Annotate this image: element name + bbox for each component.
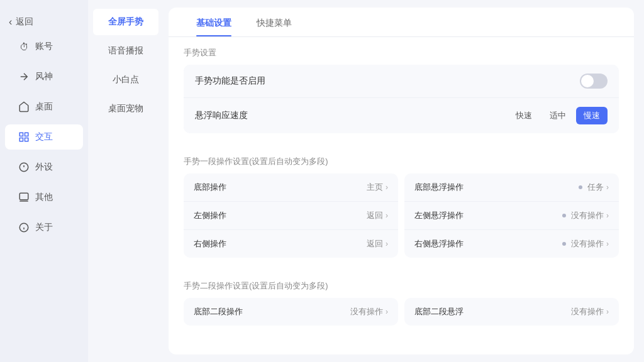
account-icon: ⏱	[18, 40, 30, 53]
left-hover-label: 左侧悬浮操作	[414, 210, 562, 221]
second-nav-fullscreen[interactable]: 全屏手势	[93, 9, 158, 35]
bottom-hover-value: 任务	[587, 182, 604, 193]
second-nav-label-fullscreen: 全屏手势	[108, 16, 143, 26]
enable-gesture-row: 手势功能是否启用	[184, 65, 619, 98]
sidebar-item-label-peripheral: 外设	[35, 162, 53, 173]
left-hover-chevron: ›	[606, 211, 609, 220]
sidebar-item-other[interactable]: 其他	[5, 185, 83, 210]
sidebar: ‹ 返回 ⏱ 账号 风神 桌面 交互 外设 其他	[0, 0, 88, 362]
tab-bar: 基础设置 快捷菜单	[169, 8, 634, 37]
second-nav-label-pet: 桌面宠物	[108, 103, 143, 113]
right-hover-dot	[562, 242, 566, 246]
sidebar-item-about[interactable]: 关于	[5, 215, 83, 240]
other-icon	[18, 191, 30, 204]
second-nav-label-dot: 小白点	[113, 74, 139, 84]
speed-group: 快速 适中 慢速	[508, 107, 608, 124]
sidebar-item-desktop[interactable]: 桌面	[5, 94, 83, 119]
peripheral-icon	[18, 161, 30, 173]
sidebar-item-label-account: 账号	[35, 41, 53, 52]
right-hover-label: 右侧悬浮操作	[414, 238, 562, 250]
interact-icon	[18, 131, 30, 143]
left-op-row[interactable]: 左侧操作 返回 ›	[184, 202, 398, 230]
left-op-chevron: ›	[386, 211, 388, 220]
single-stage-section: 手势一段操作设置(设置后自动变为多段) 底部操作 主页 › 左侧操作 返回 ›	[169, 146, 634, 270]
gesture-settings-section: 手势设置 手势功能是否启用 悬浮响应速度 快速 适中 慢速	[169, 37, 634, 146]
bottom2-hover-chevron: ›	[606, 307, 609, 316]
gesture-settings-title: 手势设置	[184, 47, 619, 58]
back-icon: ‹	[9, 16, 12, 28]
sidebar-item-interact[interactable]: 交互	[5, 124, 83, 150]
single-stage-right: 底部悬浮操作 任务 › 左侧悬浮操作 没有操作 › 右侧悬浮操作	[404, 173, 619, 258]
sidebar-item-label-about: 关于	[35, 222, 53, 233]
hover-speed-row: 悬浮响应速度 快速 适中 慢速	[184, 98, 619, 133]
sidebar-item-fengshen[interactable]: 风神	[5, 64, 83, 89]
svg-rect-4	[25, 138, 28, 141]
left-hover-value: 没有操作	[571, 210, 604, 221]
desktop-icon	[18, 101, 30, 113]
bottom-op-chevron: ›	[386, 183, 388, 192]
bottom-op-row[interactable]: 底部操作 主页 ›	[184, 173, 398, 202]
sidebar-item-label-other: 其他	[35, 192, 53, 203]
bottom2-hover-label: 底部二段悬浮	[414, 306, 571, 317]
speed-slow[interactable]: 慢速	[576, 107, 608, 124]
bottom2-hover-value: 没有操作	[571, 306, 604, 317]
double-stage-left: 底部二段操作 没有操作 ›	[184, 298, 398, 326]
gesture-toggle[interactable]	[580, 74, 608, 89]
main-content: 基础设置 快捷菜单 手势设置 手势功能是否启用 悬浮响应速度	[164, 0, 644, 362]
double-stage-grid: 底部二段操作 没有操作 › 底部二段悬浮 没有操作 ›	[184, 298, 619, 326]
back-button[interactable]: ‹ 返回	[0, 8, 88, 30]
fengshen-icon	[18, 70, 30, 83]
left-hover-row[interactable]: 左侧悬浮操作 没有操作 ›	[404, 202, 619, 230]
about-icon	[18, 221, 30, 234]
single-stage-grid: 底部操作 主页 › 左侧操作 返回 › 右侧操作 返回 ›	[184, 173, 619, 258]
bottom2-op-row[interactable]: 底部二段操作 没有操作 ›	[184, 298, 398, 326]
svg-rect-8	[19, 193, 28, 200]
bottom-hover-label: 底部悬浮操作	[414, 182, 579, 193]
sidebar-item-peripheral[interactable]: 外设	[5, 155, 83, 180]
right-hover-value: 没有操作	[571, 238, 604, 250]
bottom-hover-dot	[579, 185, 582, 189]
second-nav-dot[interactable]: 小白点	[93, 67, 158, 93]
bottom-hover-chevron: ›	[606, 183, 609, 192]
sidebar-item-label-fengshen: 风神	[35, 71, 53, 82]
sidebar-item-account[interactable]: ⏱ 账号	[5, 34, 83, 59]
hover-speed-label: 悬浮响应速度	[195, 110, 508, 121]
left-op-label: 左侧操作	[194, 210, 367, 221]
sidebar-item-label-interact: 交互	[35, 131, 53, 143]
double-stage-title: 手势二段操作设置(设置后自动变为多段)	[184, 280, 619, 292]
svg-rect-3	[19, 138, 23, 141]
enable-gesture-right	[580, 74, 608, 89]
right-op-value: 返回	[367, 238, 383, 250]
speed-medium[interactable]: 适中	[542, 107, 574, 124]
single-stage-left: 底部操作 主页 › 左侧操作 返回 › 右侧操作 返回 ›	[184, 173, 398, 258]
single-stage-title: 手势一段操作设置(设置后自动变为多段)	[184, 156, 619, 167]
right-op-label: 右侧操作	[194, 238, 367, 250]
bottom2-op-label: 底部二段操作	[194, 306, 350, 317]
gesture-settings-card: 手势功能是否启用 悬浮响应速度 快速 适中 慢速	[184, 65, 619, 133]
bottom2-op-chevron: ›	[386, 307, 388, 316]
right-hover-chevron: ›	[606, 239, 609, 248]
enable-gesture-label: 手势功能是否启用	[195, 75, 580, 87]
svg-rect-1	[19, 133, 23, 136]
bottom2-hover-row[interactable]: 底部二段悬浮 没有操作 ›	[404, 298, 619, 326]
content-card: 基础设置 快捷菜单 手势设置 手势功能是否启用 悬浮响应速度	[169, 8, 634, 354]
bottom-op-label: 底部操作	[194, 182, 367, 193]
double-stage-right: 底部二段悬浮 没有操作 ›	[404, 298, 619, 326]
right-op-chevron: ›	[386, 239, 388, 248]
svg-rect-2	[25, 133, 28, 136]
tab-basic[interactable]: 基础设置	[184, 8, 244, 36]
bottom-hover-row[interactable]: 底部悬浮操作 任务 ›	[404, 173, 619, 202]
tab-shortcut[interactable]: 快捷菜单	[244, 8, 304, 36]
back-label: 返回	[16, 16, 33, 28]
right-op-row[interactable]: 右侧操作 返回 ›	[184, 230, 398, 258]
speed-fast[interactable]: 快速	[508, 107, 540, 124]
sidebar-item-label-desktop: 桌面	[35, 101, 53, 112]
second-nav-voice[interactable]: 语音播报	[93, 38, 158, 64]
second-nav-label-voice: 语音播报	[108, 45, 143, 55]
left-op-value: 返回	[367, 210, 383, 221]
second-nav-pet[interactable]: 桌面宠物	[93, 96, 158, 122]
bottom2-op-value: 没有操作	[350, 306, 383, 317]
bottom-op-value: 主页	[367, 182, 383, 193]
right-hover-row[interactable]: 右侧悬浮操作 没有操作 ›	[404, 230, 619, 258]
left-hover-dot	[562, 214, 566, 217]
